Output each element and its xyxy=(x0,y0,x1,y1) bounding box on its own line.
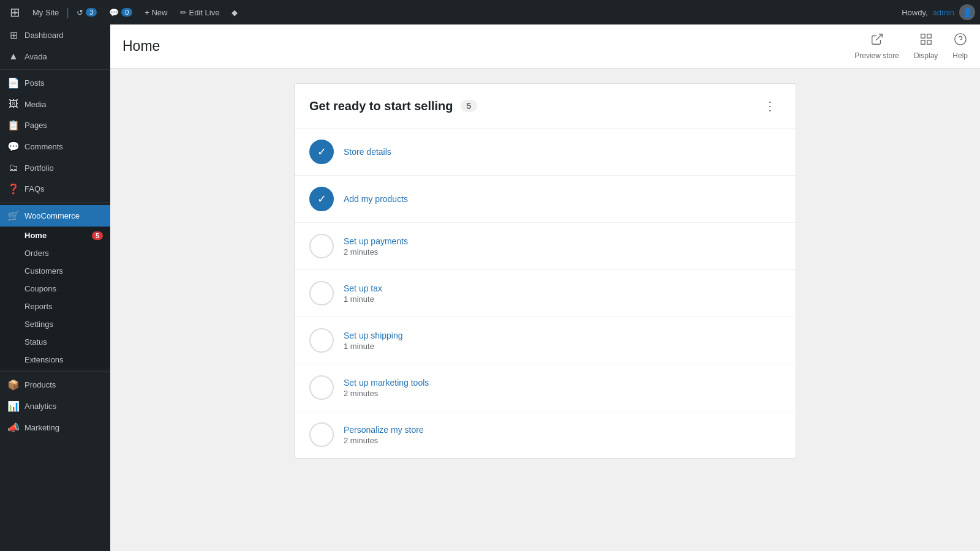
preview-store-icon xyxy=(870,32,884,49)
tax-title[interactable]: Set up tax xyxy=(344,283,781,293)
payments-title[interactable]: Set up payments xyxy=(344,236,781,246)
avatar[interactable]: 👤 xyxy=(959,4,975,20)
sidebar-item-avada[interactable]: ▲ Avada xyxy=(0,46,110,67)
faqs-icon: ❓ xyxy=(7,183,20,195)
products-icon: 📦 xyxy=(7,379,20,391)
avada-icon: ▲ xyxy=(7,51,20,62)
setup-item-personalize: Personalize my store 2 minutes xyxy=(295,411,796,458)
admin-bar-right: Howdy, admin 👤 xyxy=(902,4,975,20)
comments-sidebar-icon: 💬 xyxy=(7,141,20,152)
woo-submenu: Home 5 Orders Customers Coupons Reports … xyxy=(0,227,110,369)
sidebar-item-pages[interactable]: 📋 Pages xyxy=(0,114,110,136)
personalize-title[interactable]: Personalize my store xyxy=(344,425,781,435)
new-link[interactable]: + New xyxy=(140,0,172,24)
woo-sub-extensions[interactable]: Extensions xyxy=(0,351,110,369)
main-content: Home Preview store xyxy=(110,24,980,551)
help-button[interactable]: Help xyxy=(952,32,968,60)
store-details-info: Store details xyxy=(344,147,781,157)
woo-sub-extensions-label: Extensions xyxy=(24,355,64,364)
sidebar-item-dashboard[interactable]: ⊞ Dashboard xyxy=(0,24,110,46)
marketing-icon: 📣 xyxy=(7,422,20,433)
svg-point-5 xyxy=(954,34,965,45)
marketing-tools-time: 2 minutes xyxy=(344,389,781,398)
shipping-info: Set up shipping 1 minute xyxy=(344,331,781,351)
setup-item-add-products: ✓ Add my products xyxy=(295,176,796,223)
comments-icon: 💬 xyxy=(109,8,119,17)
add-products-title[interactable]: Add my products xyxy=(344,194,781,204)
marketing-tools-title[interactable]: Set up marketing tools xyxy=(344,378,781,388)
setup-card-title-text: Get ready to start selling xyxy=(309,99,453,113)
edit-live-link[interactable]: ✏ Edit Live xyxy=(175,0,225,24)
sidebar-item-faqs-label: FAQs xyxy=(24,184,45,193)
store-details-title[interactable]: Store details xyxy=(344,147,781,157)
main-layout: ⊞ Dashboard ▲ Avada 📄 Posts 🖼 Media 📋 Pa… xyxy=(0,24,980,551)
wp-logo-icon[interactable]: ⊞ xyxy=(5,0,25,24)
updates-count: 3 xyxy=(86,8,97,17)
pages-icon: 📋 xyxy=(7,119,20,131)
woo-sub-home-label: Home xyxy=(24,231,47,240)
dashboard-icon: ⊞ xyxy=(7,29,20,41)
woo-sub-settings[interactable]: Settings xyxy=(0,315,110,333)
portfolio-icon: 🗂 xyxy=(7,162,20,173)
header-actions: Preview store Display xyxy=(854,32,968,60)
site-name-link[interactable]: My Site xyxy=(28,0,64,24)
sidebar: ⊞ Dashboard ▲ Avada 📄 Posts 🖼 Media 📋 Pa… xyxy=(0,24,110,551)
woo-sub-reports-label: Reports xyxy=(24,302,53,311)
woo-sub-home[interactable]: Home 5 xyxy=(0,227,110,244)
sidebar-item-portfolio[interactable]: 🗂 Portfolio xyxy=(0,157,110,178)
svg-rect-3 xyxy=(921,40,924,44)
add-products-circle: ✓ xyxy=(309,187,334,211)
display-icon xyxy=(919,32,933,49)
user-name[interactable]: admin xyxy=(933,8,954,17)
woo-sub-status-label: Status xyxy=(24,337,47,347)
woo-sub-customers-label: Customers xyxy=(24,266,63,276)
svg-rect-4 xyxy=(927,40,930,44)
sidebar-item-analytics-label: Analytics xyxy=(24,402,56,411)
woo-sub-customers[interactable]: Customers xyxy=(0,262,110,280)
sidebar-item-comments[interactable]: 💬 Comments xyxy=(0,136,110,157)
sidebar-item-media[interactable]: 🖼 Media xyxy=(0,94,110,114)
shipping-time: 1 minute xyxy=(344,342,781,351)
marketing-tools-info: Set up marketing tools 2 minutes xyxy=(344,378,781,398)
woo-sub-reports[interactable]: Reports xyxy=(0,298,110,315)
edit-live-icon: ✏ xyxy=(180,8,187,17)
sidebar-item-products[interactable]: 📦 Products xyxy=(0,374,110,395)
sidebar-section-content: 📄 Posts 🖼 Media 📋 Pages 💬 Comments 🗂 Por… xyxy=(0,69,110,200)
page-title: Home xyxy=(123,38,160,54)
sidebar-item-woocommerce[interactable]: 🛒 WooCommerce xyxy=(0,205,110,227)
sidebar-item-marketing[interactable]: 📣 Marketing xyxy=(0,417,110,438)
updates-link[interactable]: ↺ 3 xyxy=(72,0,102,24)
display-button[interactable]: Display xyxy=(914,32,938,60)
woo-sub-coupons[interactable]: Coupons xyxy=(0,280,110,298)
woo-sub-coupons-label: Coupons xyxy=(24,284,56,293)
separator: | xyxy=(66,6,69,19)
sidebar-item-posts[interactable]: 📄 Posts xyxy=(0,72,110,94)
shipping-circle xyxy=(309,328,334,353)
posts-icon: 📄 xyxy=(7,77,20,89)
comments-link[interactable]: 💬 0 xyxy=(104,0,137,24)
preview-store-button[interactable]: Preview store xyxy=(854,32,899,60)
sidebar-item-media-label: Media xyxy=(24,100,46,109)
diamond-icon[interactable]: ◆ xyxy=(227,0,243,24)
help-icon xyxy=(954,32,967,49)
sidebar-item-woocommerce-label: WooCommerce xyxy=(24,211,80,220)
setup-item-payments: Set up payments 2 minutes xyxy=(295,223,796,270)
setup-item-store-details: ✓ Store details xyxy=(295,129,796,176)
store-details-circle: ✓ xyxy=(309,140,334,164)
setup-menu-button[interactable]: ⋮ xyxy=(759,96,781,116)
woo-home-badge: 5 xyxy=(92,231,103,240)
payments-info: Set up payments 2 minutes xyxy=(344,236,781,257)
sidebar-item-comments-label: Comments xyxy=(24,142,63,151)
sidebar-item-faqs[interactable]: ❓ FAQs xyxy=(0,178,110,200)
woo-sub-status[interactable]: Status xyxy=(0,333,110,351)
sidebar-item-products-label: Products xyxy=(24,380,56,389)
svg-line-0 xyxy=(876,34,882,40)
setup-card: Get ready to start selling 5 ⋮ ✓ Store d… xyxy=(294,83,796,459)
sidebar-item-dashboard-label: Dashboard xyxy=(24,31,64,40)
woo-sub-orders[interactable]: Orders xyxy=(0,244,110,262)
sidebar-item-portfolio-label: Portfolio xyxy=(24,163,54,173)
sidebar-item-avada-label: Avada xyxy=(24,52,47,61)
shipping-title[interactable]: Set up shipping xyxy=(344,331,781,340)
personalize-time: 2 minutes xyxy=(344,436,781,445)
sidebar-item-analytics[interactable]: 📊 Analytics xyxy=(0,395,110,417)
